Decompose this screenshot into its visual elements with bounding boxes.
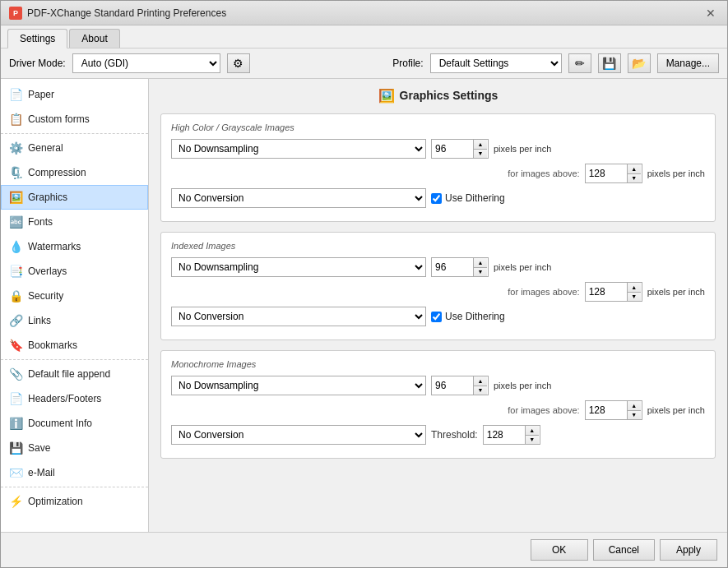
indexed-ppi2-down[interactable]: ▼ <box>628 293 641 302</box>
indexed-conversion-select[interactable]: No Conversion <box>171 307 426 326</box>
save-icon: 💾 <box>8 441 23 455</box>
high-color-ppi1-up[interactable]: ▲ <box>474 140 487 150</box>
overlays-icon: 📑 <box>8 264 23 279</box>
high-color-ppi1-unit: pixels per inch <box>494 144 551 154</box>
manage-button[interactable]: Manage... <box>657 53 719 73</box>
profile-save-button[interactable]: 💾 <box>598 53 621 73</box>
monochrome-threshold-input[interactable]: 128 <box>484 426 525 444</box>
toolbar: Driver Mode: Auto (GDI) ⚙ Profile: Defau… <box>1 48 727 79</box>
sidebar-item-graphics[interactable]: 🖼️ Graphics <box>1 185 148 210</box>
close-button[interactable]: ✕ <box>702 5 719 21</box>
monochrome-ppi1-input[interactable]: 96 <box>432 376 473 395</box>
sidebar-label-headers-footers: Headers/Footers <box>28 393 101 404</box>
driver-mode-select[interactable]: Auto (GDI) <box>72 53 220 73</box>
monochrome-for-label: for images above: <box>508 405 579 415</box>
ok-button[interactable]: OK <box>531 539 588 561</box>
sidebar-label-bookmarks: Bookmarks <box>28 339 77 351</box>
apply-button[interactable]: Apply <box>660 539 717 561</box>
monochrome-ppi1-down[interactable]: ▼ <box>474 386 487 395</box>
content-area: 📄 Paper 📋 Custom forms ⚙️ General 🗜️ Com… <box>1 79 727 532</box>
indexed-ppi1-input[interactable]: 96 <box>432 258 473 276</box>
sidebar-label-links: Links <box>28 315 51 326</box>
monochrome-threshold-spinner-btns: ▲ ▼ <box>525 426 539 444</box>
links-icon: 🔗 <box>8 313 23 328</box>
high-color-conversion-select[interactable]: No Conversion <box>171 188 426 208</box>
sidebar-item-compression[interactable]: 🗜️ Compression <box>1 160 148 185</box>
sidebar-item-links[interactable]: 🔗 Links <box>1 308 148 333</box>
high-color-ppi1-input[interactable]: 96 <box>432 140 473 158</box>
profile-edit-button[interactable]: ✏ <box>568 53 591 73</box>
indexed-downsampling-select[interactable]: No Downsampling <box>171 257 426 277</box>
high-color-row3: No Conversion Use Dithering <box>171 188 705 208</box>
high-color-group: High Color / Grayscale Images No Downsam… <box>160 113 716 222</box>
monochrome-ppi2-down[interactable]: ▼ <box>628 411 641 420</box>
sidebar-item-overlays[interactable]: 📑 Overlays <box>1 259 148 284</box>
sidebar-item-default-file-append[interactable]: 📎 Default file append <box>1 362 148 386</box>
driver-settings-button[interactable]: ⚙ <box>227 53 250 73</box>
general-icon: ⚙️ <box>8 141 23 155</box>
indexed-ppi2-spinner-btns: ▲ ▼ <box>627 283 641 301</box>
sidebar-label-security: Security <box>28 290 63 302</box>
indexed-dithering-label: Use Dithering <box>445 311 505 322</box>
sidebar-label-watermarks: Watermarks <box>28 241 81 252</box>
monochrome-threshold-label: Threshold: <box>431 429 478 441</box>
sidebar-item-fonts[interactable]: 🔤 Fonts <box>1 210 148 234</box>
high-color-ppi2-spinner: 128 ▲ ▼ <box>585 164 642 183</box>
high-color-ppi1-spinner: 96 ▲ ▼ <box>431 139 489 159</box>
graphics-icon: 🖼️ <box>8 190 23 205</box>
indexed-dithering-checkbox[interactable] <box>431 312 442 322</box>
sidebar-item-headers-footers[interactable]: 📄 Headers/Footers <box>1 386 148 411</box>
indexed-ppi1-down[interactable]: ▼ <box>474 268 487 277</box>
cancel-button[interactable]: Cancel <box>593 539 655 561</box>
sidebar-label-fonts: Fonts <box>28 216 53 228</box>
monochrome-threshold-up[interactable]: ▲ <box>526 426 539 436</box>
default-file-append-icon: 📎 <box>8 367 23 381</box>
paper-icon: 📄 <box>8 87 23 102</box>
indexed-ppi2-up[interactable]: ▲ <box>628 283 641 293</box>
sidebar-item-general[interactable]: ⚙️ General <box>1 136 148 160</box>
fonts-icon: 🔤 <box>8 215 23 229</box>
sidebar-item-optimization[interactable]: ⚡ Optimization <box>1 489 148 514</box>
sidebar-item-paper[interactable]: 📄 Paper <box>1 82 148 107</box>
monochrome-ppi2-unit: pixels per inch <box>647 405 705 415</box>
sidebar-label-email: e-Mail <box>28 467 55 478</box>
high-color-ppi2-input[interactable]: 128 <box>586 164 627 182</box>
sidebar-item-watermarks[interactable]: 💧 Watermarks <box>1 234 148 259</box>
monochrome-conversion-select[interactable]: No Conversion <box>171 425 426 445</box>
sidebar-item-security[interactable]: 🔒 Security <box>1 284 148 308</box>
indexed-ppi1-unit: pixels per inch <box>494 262 551 272</box>
monochrome-images-group: Monochrome Images No Downsampling 96 ▲ ▼… <box>160 350 716 459</box>
monochrome-ppi2-up[interactable]: ▲ <box>628 401 641 411</box>
security-icon: 🔒 <box>8 289 23 303</box>
tab-settings[interactable]: Settings <box>7 29 67 48</box>
sidebar-item-custom-forms[interactable]: 📋 Custom forms <box>1 107 148 132</box>
sidebar-label-general: General <box>28 142 63 154</box>
high-color-downsampling-select[interactable]: No Downsampling <box>171 139 426 159</box>
profile-load-button[interactable]: 📂 <box>628 53 651 73</box>
footer: OK Cancel Apply <box>1 532 727 567</box>
indexed-row2: for images above: 128 ▲ ▼ pixels per inc… <box>171 282 705 302</box>
profile-select[interactable]: Default Settings <box>430 53 562 73</box>
monochrome-ppi1-up[interactable]: ▲ <box>474 376 487 386</box>
indexed-ppi1-up[interactable]: ▲ <box>474 258 487 268</box>
sidebar-item-save[interactable]: 💾 Save <box>1 436 148 460</box>
monochrome-row2: for images above: 128 ▲ ▼ pixels per inc… <box>171 400 705 420</box>
indexed-ppi2-unit: pixels per inch <box>647 287 705 297</box>
monochrome-downsampling-select[interactable]: No Downsampling <box>171 376 426 395</box>
monochrome-threshold-down[interactable]: ▼ <box>526 436 539 445</box>
monochrome-ppi1-spinner: 96 ▲ ▼ <box>431 376 489 395</box>
high-color-ppi1-down[interactable]: ▼ <box>474 150 487 159</box>
high-color-ppi2-up[interactable]: ▲ <box>628 164 641 174</box>
sidebar-item-bookmarks[interactable]: 🔖 Bookmarks <box>1 333 148 358</box>
indexed-ppi1-spinner-btns: ▲ ▼ <box>473 258 487 276</box>
indexed-ppi2-input[interactable]: 128 <box>586 283 627 301</box>
high-color-dithering-checkbox[interactable] <box>431 193 442 204</box>
sidebar-divider-1 <box>1 133 148 134</box>
indexed-for-label: for images above: <box>508 287 579 297</box>
sidebar-item-document-info[interactable]: ℹ️ Document Info <box>1 411 148 436</box>
sidebar-item-email[interactable]: ✉️ e-Mail <box>1 460 148 485</box>
sidebar-label-optimization: Optimization <box>28 496 83 507</box>
monochrome-ppi2-input[interactable]: 128 <box>586 401 627 419</box>
high-color-ppi2-down[interactable]: ▼ <box>628 174 641 183</box>
tab-about[interactable]: About <box>69 29 119 48</box>
